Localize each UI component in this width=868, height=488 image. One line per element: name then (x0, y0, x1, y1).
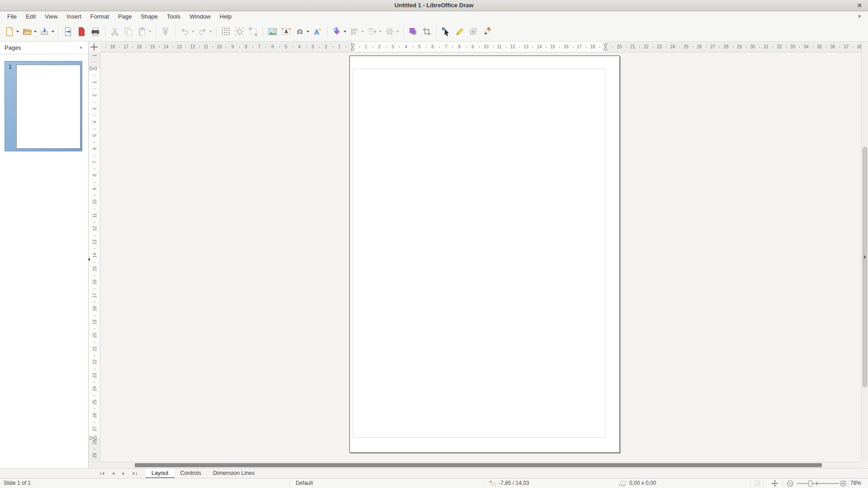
ruler-margin-marker[interactable] (89, 436, 97, 440)
dropdown-arrow-icon[interactable] (16, 31, 19, 33)
ruler-halftick (94, 209, 95, 209)
align-objects-button[interactable] (348, 25, 365, 38)
arrange-button[interactable] (365, 25, 383, 38)
ruler-margin-marker[interactable] (603, 43, 608, 52)
open-button[interactable] (20, 25, 38, 38)
display-grid-button[interactable] (219, 25, 233, 38)
menu-insert[interactable]: Insert (62, 11, 86, 22)
slide-thumbnail[interactable]: 1 (5, 61, 82, 151)
vertical-scrollbar-thumb[interactable] (863, 147, 867, 387)
dropdown-arrow-icon[interactable] (307, 31, 309, 33)
drawing-canvas[interactable] (100, 52, 861, 462)
dropdown-arrow-icon[interactable] (52, 31, 54, 33)
ruler-halftick (719, 46, 720, 48)
menu-help[interactable]: Help (215, 11, 236, 22)
horizontal-scrollbar-thumb[interactable] (135, 463, 822, 467)
horizontal-ruler[interactable]: 1817161514131211109876543211234567891011… (100, 42, 861, 52)
redact-button[interactable] (480, 25, 494, 38)
menu-file[interactable]: File (3, 11, 21, 22)
ruler-halftick (226, 46, 226, 48)
ruler-label: 10 (481, 42, 491, 52)
previous-slide-button[interactable] (108, 469, 118, 479)
dropdown-arrow-icon[interactable] (396, 31, 399, 33)
print-icon (90, 26, 101, 37)
slide-number: 1 (9, 63, 12, 70)
ruler-label: 7 (255, 42, 264, 52)
fit-slide-icon[interactable] (771, 479, 778, 488)
dropdown-arrow-icon[interactable] (344, 31, 346, 33)
menu-format[interactable]: Format (86, 11, 113, 22)
zoom-out-icon[interactable] (787, 479, 793, 488)
pages-panel-close-icon[interactable]: × (77, 42, 85, 54)
clone-formatting-button[interactable] (159, 25, 172, 38)
transformations-button[interactable] (330, 25, 348, 38)
document-modified-icon[interactable] (754, 479, 760, 488)
menu-view[interactable]: View (40, 11, 62, 22)
zoom-level-status[interactable]: 78% (850, 479, 861, 488)
ruler-origin-corner[interactable] (89, 42, 100, 52)
dropdown-arrow-icon[interactable] (149, 31, 151, 33)
glue-points-button[interactable] (453, 25, 467, 38)
ruler-label: 25 (90, 396, 99, 408)
ruler-label: 5 (282, 42, 291, 52)
export-button[interactable] (61, 25, 75, 38)
paste-button[interactable] (135, 25, 153, 38)
cut-button[interactable] (108, 25, 122, 38)
zoom-slider-track[interactable] (797, 483, 839, 484)
new-button[interactable] (3, 25, 20, 38)
dropdown-arrow-icon[interactable] (361, 31, 364, 33)
save-button[interactable] (38, 25, 56, 38)
layer-tab-controls[interactable]: Controls (175, 469, 208, 479)
ruler-halftick (493, 46, 493, 48)
dropdown-arrow-icon[interactable] (192, 31, 194, 33)
snap-to-grid-button[interactable] (233, 25, 246, 38)
next-slide-button[interactable] (118, 469, 129, 479)
menu-tools[interactable]: Tools (162, 11, 185, 22)
sidebar-splitter-handle[interactable] (862, 251, 868, 263)
layer-tab-layout[interactable]: Layout (146, 469, 175, 479)
last-slide-button[interactable] (129, 469, 140, 479)
toggle-extrusion-button[interactable] (467, 25, 480, 38)
dropdown-arrow-icon[interactable] (34, 31, 37, 33)
ruler-label: 15 (548, 42, 557, 52)
horizontal-scrollbar[interactable] (89, 462, 861, 468)
menu-page[interactable]: Page (113, 11, 136, 22)
layer-tab-dimension-lines[interactable]: Dimension Lines (207, 469, 260, 479)
insert-image-button[interactable] (266, 25, 279, 38)
crop-image-button[interactable] (420, 25, 434, 38)
insert-special-character-button[interactable]: Ω (293, 25, 311, 38)
ruler-halftick (239, 46, 240, 48)
insert-text-box-button[interactable]: A (279, 25, 293, 38)
zoom-slider-thumb[interactable] (808, 480, 812, 487)
dropdown-arrow-icon[interactable] (379, 31, 382, 33)
helplines-while-moving-button[interactable] (246, 25, 260, 38)
print-button[interactable] (89, 25, 102, 38)
menu-window[interactable]: Window (185, 11, 215, 22)
redo-button[interactable] (196, 25, 213, 38)
export-pdf-icon (76, 26, 87, 37)
export-pdf-button[interactable] (75, 25, 89, 38)
panel-splitter-handle[interactable] (87, 243, 90, 276)
insert-fontwork-button[interactable]: A (311, 25, 324, 38)
window-close-icon[interactable]: ✕ (854, 0, 864, 11)
distribute-button[interactable] (383, 25, 401, 38)
first-slide-button[interactable] (97, 469, 108, 479)
ruler-margin-marker[interactable] (350, 43, 355, 52)
ruler-halftick (319, 46, 320, 48)
shadow-button[interactable] (406, 25, 420, 38)
ruler-margin-marker[interactable] (89, 66, 97, 71)
insert-special-character-icon: Ω (294, 26, 305, 37)
edit-points-button[interactable] (439, 25, 453, 38)
zoom-in-icon[interactable] (840, 479, 846, 488)
dropdown-arrow-icon[interactable] (209, 31, 212, 33)
page-style-status[interactable]: Default (296, 479, 313, 488)
layer-tab-bar: LayoutControlsDimension Lines (0, 468, 868, 478)
ruler-label: 2 (90, 90, 99, 101)
document-close-icon[interactable]: ✕ (855, 11, 863, 22)
copy-button[interactable] (122, 25, 135, 38)
menu-edit[interactable]: Edit (21, 11, 40, 22)
undo-button[interactable] (178, 25, 196, 38)
ruler-label: 17 (122, 42, 131, 52)
selection-size-status: 0,00 x 0,00 (629, 479, 656, 488)
menu-shape[interactable]: Shape (136, 11, 162, 22)
